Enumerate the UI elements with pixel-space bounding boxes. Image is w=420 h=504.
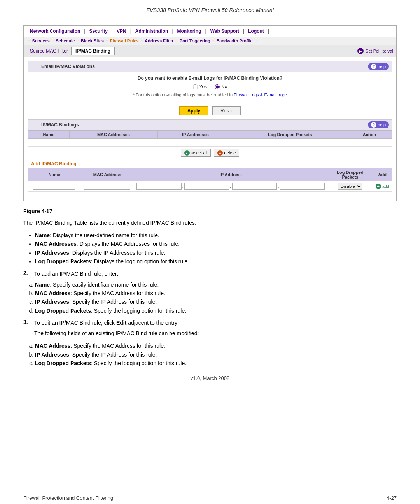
empty-row	[28, 139, 392, 147]
nav-item-admin[interactable]: Administration	[132, 27, 172, 35]
page-header: FVS338 ProSafe VPN Firewall 50 Reference…	[0, 0, 420, 17]
nav-item-security[interactable]: Security	[86, 27, 110, 35]
add-icon: +	[376, 184, 381, 189]
firewall-logs-link[interactable]: Firewall Logs & E-mail page	[234, 93, 287, 97]
select-all-button[interactable]: ✓ select all	[181, 149, 211, 157]
step2-item-d: Log Dropped Packets: Specify the logging…	[35, 306, 397, 315]
sub-nav-firewallrules[interactable]: Firewall Rules	[109, 38, 140, 44]
tab-bar: Source MAC Filter IP/MAC Binding ▶ Set P…	[24, 45, 396, 57]
ip-input-group: . . .	[136, 183, 325, 190]
add-mac-cell	[80, 181, 134, 192]
add-col-ip: IP Address	[134, 168, 327, 181]
step3-item-b: IP Addresses: Specify the IP Address for…	[35, 350, 397, 359]
bindings-help-button[interactable]: ? help	[368, 121, 389, 128]
step2-item-b: MAC Address: Specify the MAC Address for…	[35, 289, 397, 298]
log-dropdown[interactable]: Disable Enable	[338, 183, 362, 190]
nav-item-logout[interactable]: Logout	[245, 27, 267, 35]
bindings-table: Name MAC Addresses IP Addresses Log Drop…	[28, 130, 392, 147]
grid-icon-2: ⋮⋮	[31, 123, 39, 127]
grid-icon: ⋮⋮	[31, 65, 39, 69]
table-actions: ✓ select all ✕ delete	[28, 147, 392, 159]
figure-caption: Figure 4-17	[23, 208, 397, 214]
nav-bar: Network Configuration | Security | VPN |…	[24, 26, 396, 37]
add-binding-button[interactable]: + add	[376, 184, 389, 189]
step2-item-a: Name: Specify easily identifiable name f…	[35, 280, 397, 289]
col-ip: IP Addresses	[158, 131, 233, 139]
add-table: Name MAC Address IP Address Log Dropped …	[28, 168, 392, 192]
email-section-header: ⋮⋮ Email IP/MAC Violations ? help	[28, 61, 392, 72]
ip-octet2[interactable]	[184, 183, 229, 190]
tab-ipmac-binding[interactable]: IP/MAC Binding	[71, 47, 115, 55]
nav-item-monitoring[interactable]: Monitoring	[174, 27, 205, 35]
set-poll-interval[interactable]: ▶ Set Poll Iterval	[357, 48, 393, 54]
footer-right: 4-27	[387, 495, 397, 501]
step3-row: 3. To edit an IP/MAC Bind rule, click Ed…	[23, 319, 397, 327]
arrow-icon: ▶	[357, 48, 364, 54]
step2-item-c: IP Addresses: Specify the IP Address for…	[35, 298, 397, 306]
page-footer: Firewall Protection and Content Filterin…	[0, 492, 420, 504]
ip-octet3[interactable]	[232, 183, 277, 190]
help-icon: ?	[371, 64, 376, 69]
step2-text: To add an IP/MAC Bind rule, enter:	[34, 270, 118, 278]
radio-group: Yes No	[32, 84, 388, 89]
ip-octet1[interactable]	[136, 183, 182, 190]
step3-label: 3.	[23, 319, 31, 327]
email-section-body: Do you want to enable E-mail Logs for IP…	[28, 72, 392, 101]
step2-list: Name: Specify easily identifiable name f…	[35, 280, 397, 315]
add-col-mac: MAC Address	[80, 168, 134, 181]
add-name-cell	[28, 181, 80, 192]
bindings-section: ⋮⋮ IP/MAC Bindings ? help Name MAC Addre…	[28, 119, 392, 192]
delete-icon: ✕	[217, 150, 223, 156]
ui-inner: ⋮⋮ Email IP/MAC Violations ? help Do you…	[24, 57, 396, 201]
header-divider	[16, 17, 404, 18]
tab-source-mac[interactable]: Source MAC Filter	[27, 47, 71, 55]
note-text: * For this option e-mailing of logs must…	[32, 93, 388, 97]
email-help-button[interactable]: ? help	[368, 63, 389, 70]
sub-nav-blocksites[interactable]: Block Sites	[80, 38, 105, 44]
help-icon-2: ?	[371, 122, 376, 128]
bottom-version: v1.0, March 2008	[23, 375, 397, 404]
radio-yes-label[interactable]: Yes	[193, 84, 207, 89]
nav-item-network[interactable]: Network Configuration	[27, 27, 83, 35]
step3-text: To edit an IP/MAC Bind rule, click Edit …	[34, 319, 179, 327]
ui-screenshot-box: Network Configuration | Security | VPN |…	[23, 25, 397, 201]
col-log: Log Dropped Packets	[233, 131, 347, 139]
btn-row: Apply Reset	[28, 106, 392, 116]
step3-list: MAC Address: Specify the MAC Address for…	[35, 341, 397, 368]
sub-nav-porttriggering[interactable]: Port Triggering	[179, 38, 211, 44]
nav-item-websupport[interactable]: Web Support	[207, 27, 242, 35]
step3-note: The following fields of an existing IP/M…	[34, 329, 397, 338]
radio-yes[interactable]	[193, 84, 198, 89]
add-col-log: Log Dropped Packets	[327, 168, 373, 181]
add-log-cell: Disable Enable	[327, 181, 373, 192]
sub-nav-schedule[interactable]: Schedule	[55, 38, 75, 44]
step3-item-a: MAC Address: Specify the MAC Address for…	[35, 341, 397, 350]
col-mac: MAC Addresses	[69, 131, 158, 139]
list-item-name: Name: Displays the user-defined name for…	[35, 231, 397, 240]
add-col-name: Name	[28, 168, 80, 181]
add-ip-cell: . . .	[134, 181, 327, 192]
list-item-mac: MAC Addresses: Displays the MAC Addresse…	[35, 240, 397, 248]
apply-button[interactable]: Apply	[179, 106, 208, 116]
step3-item-c: Log Dropped Packets: Specify the logging…	[35, 359, 397, 368]
select-all-icon: ✓	[184, 150, 190, 156]
ip-octet4[interactable]	[280, 183, 325, 190]
sub-nav-bandwidthprofile[interactable]: Bandwidth Profile	[215, 38, 254, 44]
add-mac-input[interactable]	[84, 183, 130, 190]
list-item-ip: IP Addresses: Displays the IP Addresses …	[35, 248, 397, 257]
nav-item-vpn[interactable]: VPN	[114, 27, 130, 35]
col-name: Name	[28, 131, 70, 139]
add-name-input[interactable]	[33, 183, 75, 190]
sub-nav-addressfilter[interactable]: Address Filter	[144, 38, 174, 44]
main-content: Network Configuration | Security | VPN |…	[0, 25, 420, 404]
reset-button[interactable]: Reset	[212, 106, 241, 116]
bindings-section-header: ⋮⋮ IP/MAC Bindings ? help	[28, 120, 392, 130]
intro-para: The IP/MAC Binding Table lists the curre…	[23, 219, 397, 227]
email-violations-section: ⋮⋮ Email IP/MAC Violations ? help Do you…	[28, 61, 392, 102]
delete-button[interactable]: ✕ delete	[214, 149, 239, 157]
radio-no[interactable]	[215, 84, 220, 89]
radio-no-label[interactable]: No	[215, 84, 227, 89]
bindings-title: ⋮⋮ IP/MAC Bindings	[31, 122, 79, 128]
step2-row: 2. To add an IP/MAC Bind rule, enter:	[23, 270, 397, 278]
sub-nav-services[interactable]: Services	[32, 38, 51, 44]
